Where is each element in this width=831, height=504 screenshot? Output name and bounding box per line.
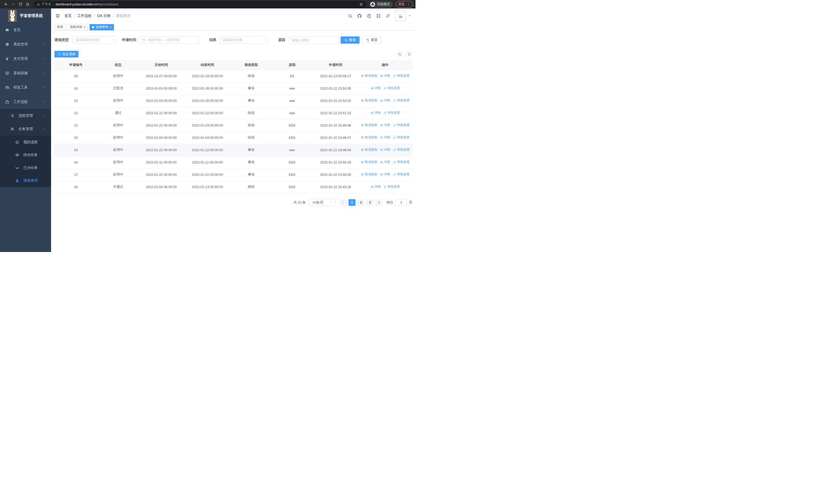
- tab-leave-query[interactable]: 请假查询×: [90, 24, 114, 30]
- detail-action-link[interactable]: 详情: [380, 148, 390, 152]
- security-status[interactable]: 不安全: [37, 2, 51, 6]
- progress-action-link[interactable]: 审批进度: [393, 98, 409, 102]
- create-leave-button[interactable]: 发起请假: [54, 51, 79, 58]
- cell-start-time: 2022-01-11 00:00:00: [139, 156, 183, 168]
- cell-end-time: 2022-01-22 00:00:00: [184, 168, 231, 181]
- bookmark-star-icon[interactable]: [359, 2, 363, 6]
- cell-reason: eee: [271, 107, 313, 119]
- sidebar-item-my-process[interactable]: 我的流程: [0, 136, 51, 149]
- browser-back-button[interactable]: [3, 1, 9, 8]
- leave-type-select[interactable]: 请选择请假类型: [73, 36, 117, 43]
- refresh-table-button[interactable]: [406, 51, 412, 58]
- close-icon[interactable]: ×: [84, 26, 85, 29]
- chevron-left-icon: [342, 201, 345, 204]
- apply-time-range-picker[interactable]: 开始日期 - 结束日期: [139, 36, 199, 43]
- monitor-icon: [5, 71, 9, 75]
- sidebar-item-task-mgmt[interactable]: 任务管理: [0, 122, 51, 136]
- pagination-total: 共 23 条: [293, 200, 306, 205]
- cell-apply-time: 2022-01-22 23:44:35: [313, 168, 358, 181]
- sidebar-item-workflow[interactable]: 工作流程: [0, 95, 51, 109]
- tab-home[interactable]: 首页: [54, 24, 66, 30]
- sidebar-item-dev-tools[interactable]: 研发工具: [0, 80, 51, 95]
- tab-process-detail[interactable]: 流程详情×: [67, 24, 88, 30]
- avatar[interactable]: [395, 11, 405, 21]
- show-search-button[interactable]: [396, 51, 403, 58]
- browser-forward-button[interactable]: [10, 1, 17, 8]
- reason-input[interactable]: [289, 36, 339, 43]
- browser-reload-button[interactable]: [17, 1, 24, 8]
- progress-action-link[interactable]: 审批进度: [393, 148, 409, 152]
- cancel-action-link[interactable]: 取消请假: [361, 123, 377, 127]
- result-select[interactable]: 请选择流结果: [220, 36, 269, 43]
- eye-icon: [380, 173, 383, 176]
- cancel-action-link[interactable]: 取消请假: [361, 98, 377, 102]
- sidebar-item-leave-query[interactable]: 请假查询: [0, 174, 51, 187]
- page-size-select[interactable]: 10条/页: [310, 199, 335, 206]
- goto-page-input[interactable]: [395, 199, 407, 206]
- sidebar-item-home[interactable]: 首页: [0, 23, 51, 37]
- font-size-icon[interactable]: [386, 13, 390, 18]
- app-logo[interactable]: 芋道管理系统: [0, 8, 51, 23]
- eye-closed-icon: [15, 166, 19, 170]
- detail-action-link[interactable]: 详情: [380, 135, 390, 140]
- detail-action-link[interactable]: 详情: [380, 73, 390, 78]
- next-page-button[interactable]: [375, 199, 382, 206]
- page-button-1[interactable]: 1: [348, 199, 355, 206]
- search-icon[interactable]: [348, 13, 352, 18]
- progress-action-link[interactable]: 审批进度: [393, 123, 409, 127]
- kebab-menu-icon[interactable]: [407, 3, 410, 6]
- cell-reason: EEE: [271, 181, 313, 193]
- pen-icon: [384, 185, 387, 188]
- column-header: 操作: [358, 60, 412, 70]
- sidebar-item-system[interactable]: 系统管理: [0, 37, 51, 52]
- detail-action-link[interactable]: 详情: [371, 111, 381, 115]
- sidebar-item-process-mgmt[interactable]: 流程管理: [0, 109, 51, 122]
- cell-apply-time: 2022-01-22 23:45:29: [313, 156, 358, 168]
- cancel-action-link[interactable]: 取消请假: [361, 160, 377, 164]
- cell-id: 16: [54, 181, 97, 193]
- progress-action-link[interactable]: 审批进度: [393, 73, 409, 78]
- detail-action-link[interactable]: 详情: [371, 184, 381, 189]
- browser-update-button[interactable]: 更新: [396, 1, 413, 8]
- detail-action-link[interactable]: 详情: [380, 123, 390, 127]
- detail-action-link[interactable]: 详情: [371, 86, 381, 90]
- table-row: 23处理中2022-01-03 00:00:002022-01-26 00:00…: [54, 94, 412, 107]
- breadcrumb-workflow[interactable]: 工作流程: [77, 13, 92, 18]
- goto-unit-label: 页: [409, 200, 412, 205]
- progress-action-link[interactable]: 审批进度: [393, 160, 409, 164]
- progress-action-link[interactable]: 审批进度: [393, 135, 409, 140]
- sidebar-item-infra[interactable]: 基础设施: [0, 66, 51, 80]
- prev-page-button[interactable]: [340, 199, 346, 206]
- reset-button[interactable]: 重置: [362, 36, 381, 43]
- progress-action-link[interactable]: 审批进度: [384, 184, 400, 189]
- sidebar-collapse-icon[interactable]: [55, 13, 60, 18]
- breadcrumb-home[interactable]: 首页: [64, 13, 71, 18]
- browser-home-button[interactable]: [24, 1, 31, 8]
- sidebar-item-todo-tasks[interactable]: 待办任务: [0, 149, 51, 161]
- search-button[interactable]: 搜索: [341, 36, 360, 43]
- avatar-caret-down-icon[interactable]: [408, 14, 411, 17]
- fullscreen-icon[interactable]: [376, 13, 381, 18]
- cancel-action-link[interactable]: 取消请假: [361, 148, 377, 152]
- help-icon[interactable]: [367, 13, 371, 18]
- cancel-action-link[interactable]: 取消请假: [361, 135, 377, 140]
- progress-action-link[interactable]: 审批进度: [384, 86, 400, 90]
- breadcrumb-oa-example[interactable]: OA 示例: [97, 13, 110, 18]
- cancel-action-link[interactable]: 取消请假: [361, 172, 377, 177]
- page-button-3[interactable]: 3: [367, 199, 373, 206]
- detail-action-link[interactable]: 详情: [380, 172, 390, 177]
- sidebar-item-payment[interactable]: 支付管理: [0, 52, 51, 66]
- address-bar[interactable]: 不安全 dashboard.yudao.iocoder.cn/bpm/oa/le…: [33, 1, 367, 8]
- progress-action-link[interactable]: 审批进度: [393, 172, 409, 177]
- close-icon[interactable]: ×: [110, 26, 111, 29]
- detail-action-link[interactable]: 详情: [380, 98, 390, 102]
- logo-image: [8, 10, 17, 22]
- sidebar-item-done-tasks[interactable]: 已办任务: [0, 161, 51, 174]
- eye-icon: [371, 111, 374, 114]
- page-button-2[interactable]: 2: [357, 199, 365, 206]
- github-icon[interactable]: [357, 13, 362, 18]
- progress-action-link[interactable]: 审批进度: [384, 111, 400, 115]
- cancel-action-link[interactable]: 取消请假: [361, 73, 377, 78]
- apply-time-label: 申请时间: [122, 38, 136, 42]
- detail-action-link[interactable]: 详情: [380, 160, 390, 164]
